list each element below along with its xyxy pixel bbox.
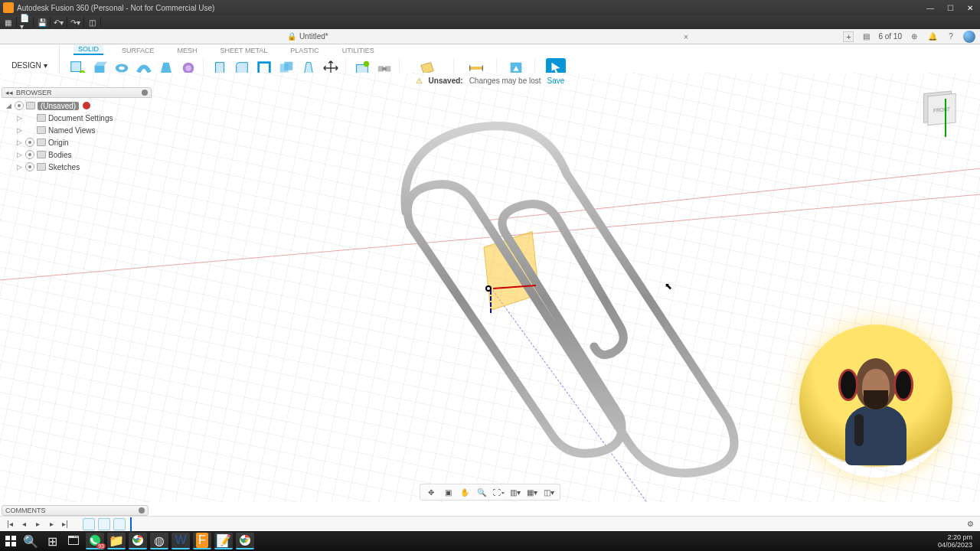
- tree-named-views[interactable]: ▷ Named Views: [2, 124, 152, 136]
- help-icon[interactable]: ?: [945, 31, 957, 43]
- svg-point-6: [119, 66, 124, 70]
- timeline-start-icon[interactable]: |◂: [5, 519, 15, 530]
- svg-rect-29: [5, 542, 10, 546]
- save-icon[interactable]: 💾: [37, 17, 51, 28]
- browser-collapse-icon[interactable]: [142, 90, 148, 96]
- webcam-overlay: [799, 324, 952, 478]
- obs-icon[interactable]: ◍: [150, 533, 168, 549]
- visibility-icon[interactable]: [25, 138, 34, 147]
- navigation-bar: ✥ ▣ ✋ 🔍 ⛶▾ ▥▾ ▦▾ ◫▾: [420, 484, 560, 500]
- extensions-icon[interactable]: ⊕: [908, 31, 920, 43]
- fit-icon[interactable]: ⛶▾: [492, 486, 505, 498]
- tab-solid[interactable]: SOLID: [74, 44, 103, 55]
- close-button[interactable]: ✕: [960, 0, 980, 15]
- redo-icon[interactable]: ↷▾: [70, 17, 84, 28]
- svg-rect-27: [5, 536, 10, 540]
- search-icon[interactable]: 🔍: [21, 533, 40, 549]
- timeline: |◂ ◂ ▸ ▸ ▸| ⚙: [0, 516, 980, 531]
- save-link[interactable]: Save: [547, 77, 565, 85]
- timeline-marker[interactable]: [130, 517, 132, 531]
- visibility-icon[interactable]: [25, 162, 34, 171]
- tree-root[interactable]: ◢ (Unsaved): [2, 99, 152, 112]
- chrome2-icon[interactable]: [236, 533, 254, 549]
- tab-utilities[interactable]: UTILITIES: [338, 46, 379, 55]
- minimize-button[interactable]: —: [920, 0, 940, 15]
- comments-panel[interactable]: COMMENTS: [2, 505, 149, 516]
- doc-list-icon[interactable]: ▤: [860, 31, 872, 43]
- word-icon[interactable]: W: [172, 533, 190, 549]
- tab-surface[interactable]: SURFACE: [117, 46, 159, 55]
- timeline-feature-2[interactable]: [98, 518, 110, 530]
- timeline-back-icon[interactable]: ◂: [18, 519, 29, 530]
- timeline-feature-3[interactable]: [113, 518, 126, 530]
- svg-marker-7: [161, 62, 172, 73]
- fusion-icon[interactable]: F: [193, 533, 211, 549]
- start-button[interactable]: [3, 533, 18, 549]
- tab-plastic[interactable]: PLASTIC: [286, 46, 324, 55]
- unsaved-label: Unsaved:: [429, 77, 463, 85]
- view-cube[interactable]: FRONT: [920, 88, 962, 129]
- unsaved-message: Changes may be lost: [469, 77, 541, 85]
- app-icon: [3, 2, 14, 13]
- visibility-icon[interactable]: [15, 101, 24, 110]
- timeline-settings-icon[interactable]: ⚙: [965, 519, 975, 530]
- maximize-button[interactable]: ☐: [940, 0, 960, 15]
- comments-collapse-icon[interactable]: [139, 507, 145, 514]
- z-handle: [490, 290, 492, 313]
- system-clock[interactable]: 2:20 pm 04/06/2023: [938, 533, 977, 549]
- svg-rect-10: [216, 62, 224, 73]
- notepad-icon[interactable]: 📝: [214, 533, 233, 549]
- svg-rect-13: [284, 61, 292, 70]
- explorer-icon[interactable]: 🗔: [64, 533, 83, 549]
- undo-icon[interactable]: ↶▾: [54, 17, 67, 28]
- notifications-icon[interactable]: 🔔: [926, 31, 939, 43]
- browser-title: BROWSER: [16, 89, 52, 96]
- browser-header[interactable]: ◂◂ BROWSER: [2, 87, 152, 98]
- quick-access-toolbar: ▦ 📄▾ 💾 ↶▾ ↷▾ ◫: [0, 15, 980, 29]
- svg-rect-28: [11, 536, 16, 540]
- tree-sketches[interactable]: ▷ Sketches: [2, 161, 152, 173]
- file-menu-icon[interactable]: 📄▾: [20, 17, 34, 28]
- svg-rect-0: [71, 61, 81, 71]
- timeline-feature-1[interactable]: [83, 518, 95, 530]
- whatsapp-icon[interactable]: 93: [86, 533, 104, 549]
- profile-avatar[interactable]: [963, 31, 975, 43]
- task-view-icon[interactable]: ⊞: [43, 533, 61, 549]
- grid-icon[interactable]: ▦▾: [526, 486, 538, 498]
- workspace-label: DESIGN: [11, 61, 41, 70]
- look-at-icon[interactable]: ▣: [442, 486, 454, 498]
- tab-mesh[interactable]: MESH: [173, 46, 202, 55]
- data-panel-icon[interactable]: ▦: [3, 17, 17, 28]
- timeline-play-icon[interactable]: ▸: [32, 519, 43, 530]
- svg-marker-14: [305, 62, 313, 73]
- file-explorer-icon[interactable]: 📁: [107, 533, 126, 549]
- pan-icon[interactable]: ✋: [459, 486, 471, 498]
- tree-document-settings[interactable]: ▷ Document Settings: [2, 112, 152, 124]
- svg-marker-4: [95, 61, 107, 65]
- timeline-fwd-icon[interactable]: ▸: [46, 519, 57, 530]
- tree-bodies[interactable]: ▷ Bodies: [2, 148, 152, 161]
- timeline-end-icon[interactable]: ▸|: [60, 519, 70, 530]
- windows-taskbar: 🔍 ⊞ 🗔 93 📁 ◍ W F 📝 2:20 pm 04/06/2023: [0, 531, 980, 551]
- svg-rect-21: [469, 67, 482, 70]
- z-axis-indicator: [945, 99, 946, 137]
- svg-rect-30: [11, 542, 16, 546]
- orbit-icon[interactable]: ✥: [425, 486, 437, 498]
- doc-counter: 6 of 10: [878, 32, 902, 41]
- chrome-icon[interactable]: [129, 533, 147, 549]
- svg-marker-20: [421, 62, 434, 73]
- comments-title: COMMENTS: [5, 507, 46, 514]
- svg-point-9: [185, 65, 191, 70]
- visibility-icon[interactable]: [25, 150, 34, 159]
- document-title[interactable]: Untitled*: [299, 32, 328, 41]
- window-title: Autodesk Fusion 360 (Personal - Not for …: [17, 4, 214, 12]
- tree-origin[interactable]: ▷ Origin: [2, 136, 152, 148]
- new-tab-button[interactable]: +: [843, 31, 854, 42]
- tab-sheet-metal[interactable]: SHEET METAL: [216, 46, 273, 55]
- zoom-icon[interactable]: 🔍: [475, 486, 488, 498]
- record-icon[interactable]: [83, 102, 90, 109]
- component-icon: [26, 102, 35, 109]
- extension-icon[interactable]: ◫: [87, 17, 101, 28]
- display-icon[interactable]: ▥▾: [509, 486, 521, 498]
- viewports-icon[interactable]: ◫▾: [543, 486, 555, 498]
